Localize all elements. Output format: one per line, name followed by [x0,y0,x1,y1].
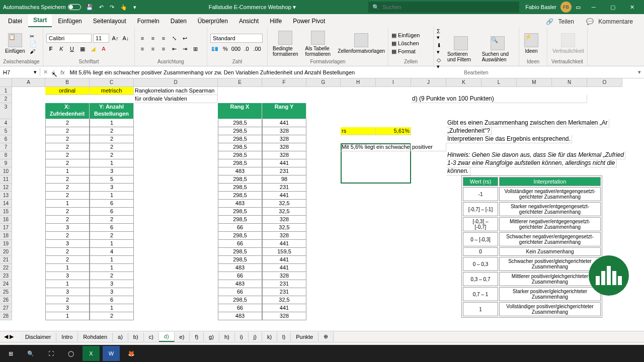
row-header-3[interactable]: 3 [0,103,12,119]
col-header-E[interactable]: E [218,78,262,86]
cell[interactable]: ordinal [45,87,90,95]
cut-icon[interactable]: ✂ [30,33,37,40]
cell[interactable]: 231 [262,288,306,296]
cell[interactable]: 298,5 [218,143,262,151]
cell[interactable]: 159,5 [262,248,306,256]
cell[interactable]: Hinweis: Gehen Sie davon aus, dass Sie f… [446,151,625,159]
sheet-tab[interactable]: l) [277,332,291,341]
cell[interactable]: 298,5 [218,184,262,192]
firefox-taskbar-icon[interactable]: 🦊 [123,346,140,361]
cell[interactable]: 98 [262,175,306,184]
cell[interactable]: 298,5 [218,119,262,127]
cell[interactable]: 441 [262,256,306,264]
cell[interactable]: 2 [45,208,90,216]
col-header-N[interactable]: N [552,78,587,86]
cell[interactable]: 1 [45,200,90,208]
find-select-button[interactable]: 🔍Suchen und Auswählen [480,35,516,63]
cell[interactable]: 2 [45,127,90,135]
tab-hilfe[interactable]: Hilfe [265,15,287,27]
cell[interactable]: 483 [218,167,262,175]
cell[interactable]: 1 [45,167,90,175]
cell[interactable]: 2 [45,216,90,224]
cell[interactable]: 328 [262,272,306,280]
cell[interactable]: 66 [218,272,262,280]
col-header-B[interactable]: B [45,78,90,86]
row-header-23[interactable]: 23 [0,272,12,280]
cell[interactable]: 441 [262,240,306,248]
comma-icon[interactable]: 000 [231,44,240,53]
tab-daten[interactable]: Daten [166,15,192,27]
undo-icon[interactable]: ↶ [99,4,104,11]
excel-taskbar-icon[interactable]: X [83,346,100,361]
tab-powerpivot[interactable]: Power Pivot [288,15,330,27]
font-color-button[interactable]: A [99,44,108,53]
fill-color-button[interactable]: ◢ [89,44,98,53]
cell[interactable]: 231 [262,280,306,288]
row-header-25[interactable]: 25 [0,288,12,296]
indent-dec-icon[interactable]: ⇤ [170,44,179,53]
sheet-tab[interactable]: j) [249,332,262,341]
task-view-icon[interactable]: ⛶ [42,346,59,361]
shrink-font-icon[interactable]: A↓ [121,34,130,43]
sheet-tab[interactable]: a) [113,332,128,341]
cell[interactable]: 1-3 zwar eine Rangfolge aufstellen könne… [446,159,617,167]
cell[interactable]: 5 [90,175,134,184]
cell[interactable]: 3 [45,272,90,280]
align-mid-icon[interactable]: ≡ [148,34,157,43]
cell[interactable]: 1 [90,159,134,167]
wrap-text-icon[interactable]: ↩ [180,34,189,43]
align-right-icon[interactable]: ≡ [159,44,168,53]
cell[interactable]: 328 [262,312,306,320]
sheet-tab[interactable]: Intro [56,332,78,341]
formula-input[interactable]: Mit 5,6% liegt ein schwacher positiver Z… [67,68,635,76]
tab-ueberpruefen[interactable]: Überprüfen [193,15,233,27]
row-header-8[interactable]: 8 [0,151,12,159]
cell[interactable]: 1 [90,304,134,312]
indent-inc-icon[interactable]: ⇥ [180,44,189,53]
tab-datei[interactable]: Datei [3,15,27,27]
cell[interactable]: 298,5 [218,296,262,304]
enter-formula-icon[interactable]: ✓ [51,69,55,75]
cell[interactable]: Gibt es einen Zusammenhang zwischen den … [446,119,609,127]
cell[interactable]: 2 [90,216,134,224]
col-header-O[interactable]: O [587,78,622,86]
cell[interactable]: 3 [90,280,134,288]
clear-icon[interactable]: ◇ ▾ [437,57,442,70]
merge-icon[interactable]: ⊞ [191,44,200,53]
col-header-C[interactable]: C [90,78,134,86]
cell[interactable]: 298,5 [218,232,262,240]
italic-button[interactable]: K [57,44,66,53]
percent-icon[interactable]: % [221,44,230,53]
minimize-button[interactable]: ─ [585,1,603,13]
cell[interactable]: 328 [262,151,306,159]
col-header-H[interactable]: H [341,78,376,86]
cell[interactable]: 3 [45,304,90,312]
delete-cells-button[interactable]: ▦ Löschen [391,40,420,47]
cell[interactable]: 1 [45,264,90,272]
cell[interactable]: 298,5 [218,151,262,159]
fill-icon[interactable]: ⬇ ▾ [437,42,442,55]
more-icon[interactable]: ▾ [133,4,136,11]
autosum-icon[interactable]: Σ ▾ [437,28,442,41]
cell[interactable]: 1 [90,240,134,248]
tab-einfuegen[interactable]: Einfügen [53,15,87,27]
cell[interactable]: 32,5 [262,296,306,304]
select-all-corner[interactable] [0,78,12,86]
cell[interactable]: Mit 5,6% liegt ein schwache [341,143,411,151]
word-taskbar-icon[interactable]: W [103,346,120,361]
toggle-switch[interactable] [68,4,81,10]
format-cells-button[interactable]: ▦ Format [391,48,420,55]
cell[interactable]: 6 [90,224,134,232]
cell[interactable]: 2 [45,192,90,200]
row-header-17[interactable]: 17 [0,224,12,232]
col-header-A[interactable]: A [12,78,45,86]
number-format-combo[interactable]: Standard [210,34,263,43]
cell-styles-button[interactable]: Zellenformatvorlagen [336,32,387,55]
close-button[interactable]: ✕ [623,1,641,13]
comments-button[interactable]: 💬 Kommentare [583,16,639,27]
cell[interactable]: 2 [90,232,134,240]
sheet-tab[interactable]: h) [219,332,235,341]
row-header-15[interactable]: 15 [0,208,12,216]
dec-decimal-icon[interactable]: .00 [253,44,262,53]
row-header-9[interactable]: 9 [0,159,12,167]
